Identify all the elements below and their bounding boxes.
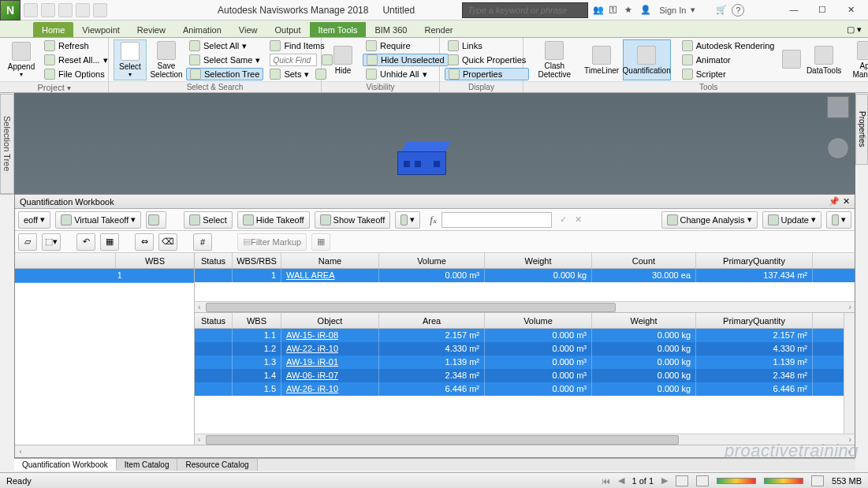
disk-icon[interactable] xyxy=(811,475,824,486)
qat-undo-icon[interactable] xyxy=(58,3,73,17)
save-selection-button[interactable]: Save Selection xyxy=(150,39,183,80)
formula-input[interactable] xyxy=(441,212,552,228)
tab-home[interactable]: Home xyxy=(33,22,73,37)
shape-tool-2-icon[interactable]: ⬚▾ xyxy=(42,233,61,251)
tab-viewpoint[interactable]: Viewpoint xyxy=(73,22,129,37)
qat-redo-icon[interactable] xyxy=(76,3,90,17)
quick-properties-button[interactable]: Quick Properties xyxy=(445,54,529,66)
detail-row[interactable]: 1.1AW-15- iR-082.157 m²0.000 m³0.000 kg2… xyxy=(195,329,844,342)
th-name[interactable]: Name xyxy=(281,253,379,268)
status-box-1-icon[interactable] xyxy=(676,475,688,486)
btab-resource-catalog[interactable]: Resource Catalog xyxy=(177,459,257,471)
scripter-button[interactable]: Scripter xyxy=(679,68,778,80)
user-icon[interactable]: 👤 xyxy=(640,5,651,16)
th-status[interactable]: Status xyxy=(195,253,233,268)
more-tools-button[interactable] xyxy=(780,39,803,80)
wbs-row-1[interactable]: 1 xyxy=(15,269,194,283)
th2-volume[interactable]: Volume xyxy=(485,313,592,328)
hash-icon[interactable]: # xyxy=(193,233,212,251)
view-cube[interactable] xyxy=(827,96,849,118)
hide-unselected-button[interactable]: Hide Unselected xyxy=(363,54,449,66)
btab-workbook[interactable]: Quantification Workbook xyxy=(14,459,117,471)
timeliner-button[interactable]: TimeLiner xyxy=(584,39,620,80)
th-count[interactable]: Count xyxy=(592,253,696,268)
rail-sets[interactable]: Sets xyxy=(0,95,1,194)
reset-all-button[interactable]: Reset All... ▾ xyxy=(41,54,111,66)
panel-close-icon[interactable]: ✕ xyxy=(843,196,850,207)
quantification-button[interactable]: Quantification xyxy=(623,39,671,80)
close-button[interactable]: ✕ xyxy=(843,5,859,15)
th-wbsrbs[interactable]: WBS/RBS xyxy=(233,253,281,268)
sign-in-link[interactable]: Sign In xyxy=(659,6,686,15)
summary-row[interactable]: 1 WALL AREA 0.000 m³ 0.000 kg 30.000 ea … xyxy=(195,269,855,282)
search-input[interactable] xyxy=(462,2,588,18)
tab-render[interactable]: Render xyxy=(415,22,461,37)
animator-button[interactable]: Animator xyxy=(679,54,778,66)
filter-markup-button[interactable]: ▤ Filter Markup xyxy=(237,233,307,251)
nav-next-icon[interactable]: ▶ xyxy=(661,475,668,486)
tab-output[interactable]: Output xyxy=(266,22,310,37)
nav-wheel-icon[interactable] xyxy=(827,137,849,159)
shape-tool-1-icon[interactable]: ▱ xyxy=(18,233,37,251)
cart-icon[interactable]: 🛒 xyxy=(716,5,727,16)
qat-open-icon[interactable] xyxy=(24,3,38,17)
grid-icon[interactable]: ▦ xyxy=(311,233,330,251)
hide-button[interactable]: Hide xyxy=(326,39,359,80)
unhide-all-button[interactable]: Unhide All ▾ xyxy=(363,68,449,80)
binoculars-icon[interactable]: 👥 xyxy=(593,5,604,16)
clash-button[interactable]: Clash Detective xyxy=(528,39,581,80)
th-weight[interactable]: Weight xyxy=(485,253,592,268)
maximize-button[interactable]: ☐ xyxy=(814,5,830,15)
properties-button[interactable]: Properties xyxy=(445,68,529,80)
append-button[interactable]: Append▾ xyxy=(5,39,38,80)
th-primaryqty[interactable]: PrimaryQuantity xyxy=(696,253,813,268)
th2-object[interactable]: Object xyxy=(281,313,379,328)
status-box-2-icon[interactable] xyxy=(696,475,709,486)
right-dock-rail[interactable]: Properties xyxy=(855,94,868,165)
virtual-takeoff-button[interactable]: Virtual Takeoff ▾ xyxy=(55,211,141,229)
detail-row[interactable]: 1.5AW-26- iR-106.446 m²0.000 m³0.000 kg6… xyxy=(195,382,844,396)
3d-viewport[interactable] xyxy=(14,93,855,194)
undo-icon[interactable]: ↶ xyxy=(76,233,95,251)
q-select-button[interactable]: Select xyxy=(184,211,233,229)
tab-animation[interactable]: Animation xyxy=(174,22,230,37)
nav-first-icon[interactable]: ⏮ xyxy=(602,476,610,486)
help-icon[interactable]: ? xyxy=(732,4,744,17)
q-extra-icon[interactable]: ▾ xyxy=(395,211,420,229)
th2-area[interactable]: Area xyxy=(379,313,485,328)
th2-wbs[interactable]: WBS xyxy=(233,313,281,328)
change-analysis-button[interactable]: Change Analysis ▾ xyxy=(661,211,758,229)
hide-takeoff-button[interactable]: Hide Takeoff xyxy=(237,211,310,229)
ribbon-options-icon[interactable]: ▢ ▾ xyxy=(840,22,868,37)
panel-title-bar[interactable]: Quantification Workbook 📌✕ xyxy=(15,195,855,209)
th-volume[interactable]: Volume xyxy=(379,253,485,268)
qat-save-icon[interactable] xyxy=(41,3,55,17)
file-options-button[interactable]: File Options xyxy=(41,68,111,80)
fx-cancel-icon[interactable]: ✕ xyxy=(575,214,582,225)
btab-item-catalog[interactable]: Item Catalog xyxy=(117,459,178,471)
panel-pin-icon[interactable]: 📌 xyxy=(829,196,840,207)
require-button[interactable]: Require xyxy=(363,39,449,52)
link-icon[interactable]: ⇔ xyxy=(135,233,154,251)
redo-icon[interactable]: ▦ xyxy=(100,233,119,251)
fx-accept-icon[interactable]: ✓ xyxy=(560,214,567,225)
select-all-button[interactable]: Select All ▾ xyxy=(186,39,263,52)
rect-select-icon[interactable] xyxy=(146,211,166,229)
detail-row[interactable]: 1.4AW-06- iR-072.348 m²0.000 m³0.000 kg2… xyxy=(195,369,844,382)
erase-icon[interactable]: ⌫ xyxy=(158,233,177,251)
summary-hscroll[interactable]: ‹› xyxy=(195,301,855,312)
select-same-button[interactable]: Select Same ▾ xyxy=(186,54,263,66)
refresh-button[interactable]: Refresh xyxy=(41,39,111,52)
update-button[interactable]: Update ▾ xyxy=(762,211,821,229)
th2-weight[interactable]: Weight xyxy=(592,313,696,328)
detail-row[interactable]: 1.3AW-19- iR-011.139 m²0.000 m³0.000 kg1… xyxy=(195,356,844,369)
tab-bim360[interactable]: BIM 360 xyxy=(366,22,415,37)
datatools-button[interactable]: DataTools xyxy=(807,39,842,80)
tab-review[interactable]: Review xyxy=(129,22,174,37)
quick-find-input[interactable] xyxy=(270,54,317,66)
rail-selection-tree[interactable]: Selection Tree xyxy=(1,95,13,194)
app-icon[interactable]: N xyxy=(0,0,20,20)
detail-vscroll[interactable] xyxy=(844,313,855,434)
app-manager-button[interactable]: App Manage xyxy=(845,39,868,80)
key-icon[interactable]: ⚿ xyxy=(609,5,620,16)
